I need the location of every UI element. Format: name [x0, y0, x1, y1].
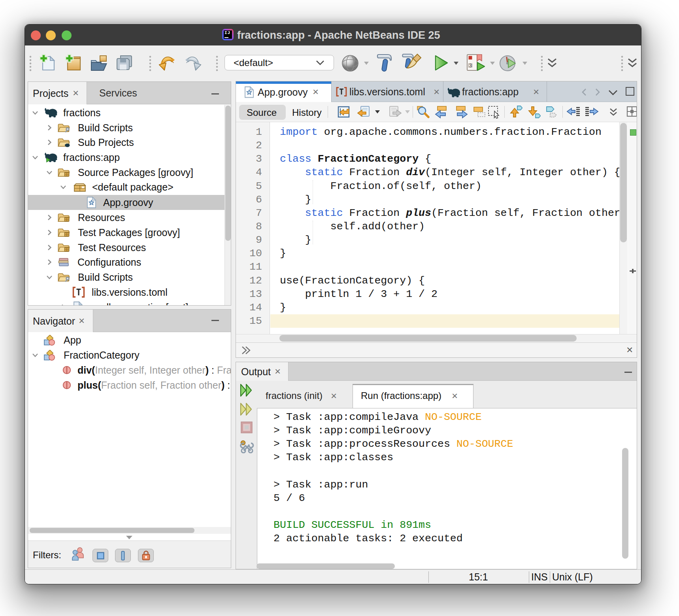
svg-text:3: 3 [469, 63, 472, 68]
